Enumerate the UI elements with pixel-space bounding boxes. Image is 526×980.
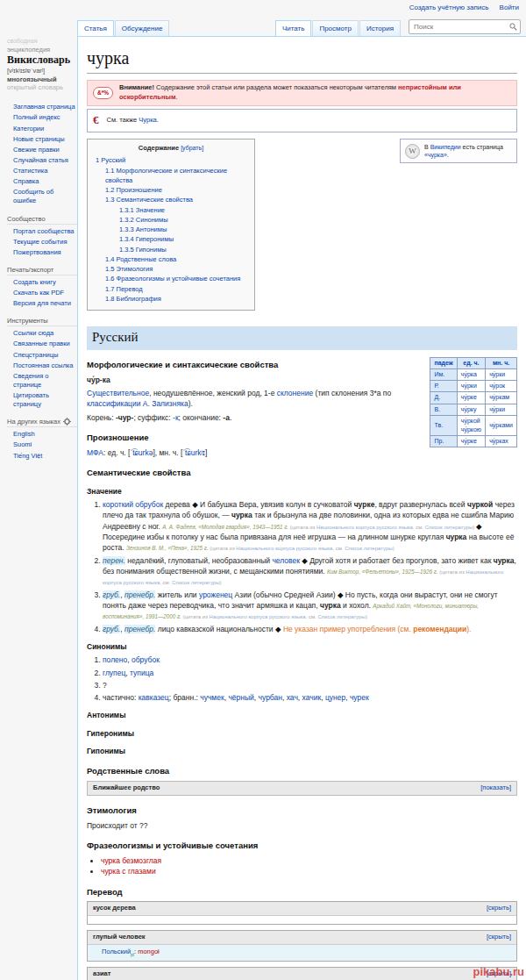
login-link[interactable]: Войти [500, 4, 519, 11]
sidebar-item[interactable]: Tiếng Việt [7, 451, 77, 461]
link[interactable]: чучмек [200, 693, 224, 702]
search-icon[interactable] [509, 23, 517, 31]
link[interactable]: обрубок [132, 655, 160, 664]
link[interactable]: кавказец [139, 693, 169, 702]
sidebar-item[interactable]: Связанные правки [7, 339, 77, 349]
toc-item[interactable]: 1.3 Семантические свойства [96, 195, 246, 204]
decl-case-cell[interactable]: Тв. [430, 415, 457, 435]
tab-read[interactable]: Читать [275, 20, 311, 36]
language-link[interactable]: Польский [102, 948, 131, 955]
tab-view-source[interactable]: Просмотр [312, 20, 359, 36]
sidebar-item[interactable]: Сообщить об ошибке [7, 187, 77, 206]
toc-item[interactable]: 1.3.5 Гипонимы [96, 245, 246, 254]
decl-form-cell[interactable]: чу́ркой чу́ркою [457, 415, 485, 435]
sidebar-item[interactable]: Версия для печати [7, 298, 77, 309]
toc-item[interactable]: 1.5 Этимология [96, 264, 246, 274]
note-link[interactable]: Национального корпуса русского языка [236, 546, 332, 551]
sidebar-item[interactable]: Справка [7, 176, 77, 187]
toc-item[interactable]: 1.1 Морфологические и синтаксические сво… [96, 166, 246, 186]
related-show-toggle[interactable]: [показать] [480, 783, 511, 793]
sidebar-item[interactable]: Скачать как PDF [7, 288, 77, 298]
translation-red-link[interactable]: mongoł [138, 948, 160, 955]
tab-article[interactable]: Статья [77, 20, 114, 36]
sidebar-item[interactable]: Свежие правки [7, 145, 77, 155]
hide-toggle[interactable]: [скрыть] [487, 933, 511, 942]
sidebar-item[interactable]: Случайная статья [7, 155, 77, 166]
link[interactable]: чёрный [228, 693, 253, 702]
usage-label[interactable]: пренебр. [124, 625, 155, 633]
orange-link[interactable]: рекомендации [413, 625, 466, 633]
wikipedia-page-link[interactable]: «чурка» [424, 152, 447, 158]
toc-hide-toggle[interactable]: [убрать] [181, 145, 203, 151]
note-link[interactable]: Национального корпуса русского языка [316, 525, 413, 530]
search-input[interactable] [412, 22, 509, 32]
toc-item[interactable]: 1.8 Библиография [96, 294, 246, 304]
link[interactable]: классификации А. Зализняка [87, 399, 188, 408]
wikipedia-link[interactable]: Википедии [430, 144, 461, 150]
decl-form-cell[interactable]: чу́рку [457, 404, 485, 415]
sidebar-item[interactable]: Постоянная ссылка [7, 361, 77, 371]
hide-toggle[interactable]: [скрыть] [487, 904, 511, 913]
decl-form-cell[interactable]: чу́рками [486, 415, 517, 435]
toc-item[interactable]: 1.3.2 Синонимы [96, 215, 246, 225]
usage-label[interactable]: груб. [103, 590, 120, 599]
create-account-link[interactable]: Создать учётную запись [409, 4, 489, 11]
sidebar-item[interactable]: Создать книгу [7, 277, 77, 288]
sidebar-item[interactable]: Полный индекс [7, 112, 77, 123]
toc-item[interactable]: 1.3.4 Гиперонимы [96, 234, 246, 244]
logo[interactable]: свободная энциклопедия Викисловарь [vʲɪk… [7, 36, 77, 91]
note-link[interactable]: Список литературы [345, 546, 392, 551]
sidebar-item[interactable]: Сведения о странице [7, 371, 77, 390]
usage-label[interactable]: перен. [103, 556, 125, 565]
link[interactable]: хачик [302, 693, 322, 702]
link[interactable]: Существительное [87, 389, 149, 397]
link[interactable]: чурек [350, 693, 369, 702]
decl-form-cell[interactable]: чу́рки [486, 369, 517, 381]
sidebar-item[interactable]: Заглавная страница [7, 102, 77, 112]
decl-form-cell[interactable]: чу́рке [457, 435, 485, 447]
toc-item[interactable]: 1.7 Перевод [96, 284, 246, 294]
toc-item[interactable]: 1.3.1 Значение [96, 205, 246, 215]
usage-label[interactable]: груб. [103, 625, 120, 633]
decl-case-cell[interactable]: Им. [430, 369, 457, 381]
decl-case-cell[interactable]: Д. [430, 392, 457, 404]
decl-form-cell[interactable]: чу́ркам [486, 392, 517, 404]
link[interactable]: ˈt͡ɕurkə [130, 448, 153, 457]
toc-item[interactable]: 1.3.3 Антонимы [96, 225, 246, 234]
sidebar-item[interactable]: Категории [7, 124, 77, 134]
decl-form-cell[interactable]: чу́рок [486, 381, 517, 392]
sidebar-item[interactable]: Цитировать страницу [7, 390, 77, 410]
decl-form-cell[interactable]: чу́рках [486, 435, 517, 447]
link[interactable]: полено [103, 655, 127, 664]
decl-form-cell[interactable]: чу́рки [486, 404, 517, 415]
link[interactable]: человек [272, 556, 300, 565]
note-link[interactable]: Список литературы [172, 580, 219, 585]
usage-label[interactable]: пренебр. [124, 590, 155, 599]
toc-item[interactable]: 1.4 Родственные слова [96, 254, 246, 264]
link[interactable]: склонение [277, 389, 313, 397]
tab-discussion[interactable]: Обсуждение [115, 20, 170, 36]
toc-item[interactable]: 1.6 Фразеологизмы и устойчивые сочетания [96, 274, 246, 283]
toc-item[interactable]: 1 Русский [96, 155, 246, 165]
decl-case-cell[interactable]: Р. [430, 381, 457, 392]
link[interactable]: короткий обрубок [103, 500, 163, 509]
sidebar-item[interactable]: Портал сообщества [7, 226, 77, 237]
sidebar-item[interactable]: English [7, 429, 77, 440]
decl-form-cell[interactable]: чу́рка [457, 369, 485, 381]
toc-item[interactable]: 1.2 Произношение [96, 185, 246, 195]
decl-form-cell[interactable]: чу́рки [457, 381, 485, 392]
sidebar-item[interactable]: Спецстраницы [7, 350, 77, 361]
sidebar-item[interactable]: Статистика [7, 166, 77, 176]
phrase-red-link[interactable]: чурка безмозглая [101, 856, 161, 865]
link[interactable]: ˈt͡ɕurkʲɪ [182, 448, 205, 457]
link[interactable]: уроженец [199, 590, 232, 599]
gear-icon[interactable] [63, 418, 71, 426]
link[interactable]: чурбан [259, 693, 282, 702]
link[interactable]: МФА [87, 448, 103, 457]
sidebar-item[interactable]: Пожертвования [7, 247, 77, 258]
decl-case-cell[interactable]: В. [430, 404, 457, 415]
link[interactable]: тупица [130, 669, 153, 677]
note-link[interactable]: Список литературы [425, 525, 473, 530]
note-link[interactable]: Национального корпуса русского языка [210, 614, 306, 619]
phrase-red-link[interactable]: чурка с глазами [101, 867, 156, 876]
